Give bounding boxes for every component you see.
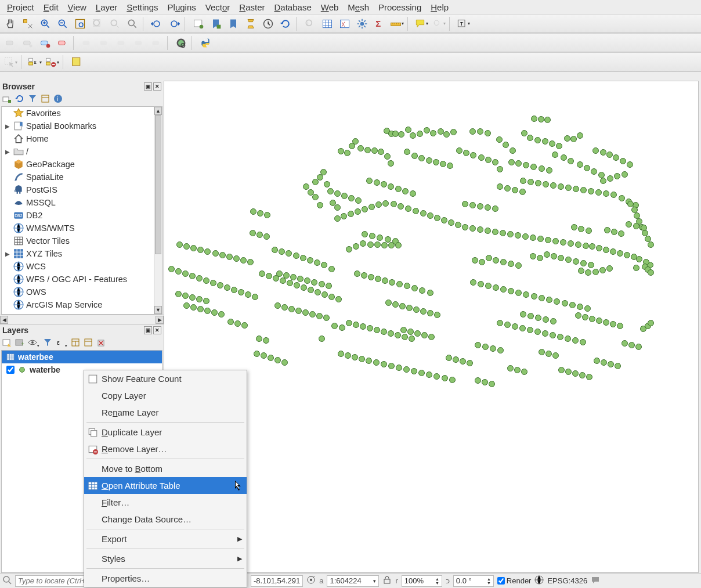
menu-view[interactable]: View	[63, 1, 91, 13]
zoom-layer-icon[interactable]	[124, 16, 140, 32]
python-icon[interactable]	[197, 35, 214, 51]
rotate-label-icon[interactable]	[114, 35, 130, 51]
text-annotation-icon[interactable]: T▾	[455, 16, 471, 32]
ctx-duplicate-layer[interactable]: Duplicate Layer	[84, 424, 247, 441]
menu-help[interactable]: Help	[426, 1, 453, 13]
ctx-change-data-source-[interactable]: Change Data Source…	[84, 511, 247, 528]
ctx-export[interactable]: Export▶	[84, 531, 247, 547]
rotation-box[interactable]: 0.0 °▲▼	[453, 575, 494, 587]
select-by-value-icon[interactable]: ε▾	[27, 54, 43, 70]
layer-expand-icon[interactable]	[71, 338, 80, 349]
browser-item-vector-tiles[interactable]: Vector Tiles	[2, 235, 162, 247]
layer-collapse-icon[interactable]	[84, 338, 93, 349]
browser-item-geopackage[interactable]: GeoPackage	[2, 158, 162, 171]
zoom-next-icon[interactable]	[166, 16, 182, 32]
show-bookmarks-icon[interactable]	[225, 16, 241, 32]
scale-box[interactable]: 1:604224▾	[327, 575, 379, 587]
layer-filter-icon[interactable]	[43, 338, 52, 349]
layer-visibility-checkbox[interactable]	[6, 366, 15, 374]
ctx-copy-layer[interactable]: Copy Layer	[84, 387, 247, 404]
change-label-icon[interactable]	[131, 35, 147, 51]
new-bookmark-icon[interactable]	[208, 16, 224, 32]
browser-item-xyz-tiles[interactable]: ▶XYZ Tiles	[2, 247, 162, 260]
open-table-icon[interactable]	[319, 16, 335, 32]
ctx-styles[interactable]: Styles▶	[84, 550, 247, 567]
menu-processing[interactable]: Processing	[374, 1, 426, 13]
browser-scrollbar[interactable]: ▲ ▼	[154, 107, 162, 314]
clock-icon[interactable]	[260, 16, 276, 32]
zoom-native-icon[interactable]	[72, 16, 88, 32]
filter-browser-icon[interactable]	[28, 94, 37, 105]
layer-row[interactable]: waterbee	[2, 351, 162, 363]
pan-selection-icon[interactable]	[20, 16, 36, 32]
add-layer-icon[interactable]	[2, 94, 12, 105]
ctx-rename-layer[interactable]: Rename Layer	[84, 404, 247, 421]
browser-item-wms-wmts[interactable]: WMS/WMTS	[2, 222, 162, 235]
move-label-icon[interactable]	[96, 35, 113, 51]
browser-tree[interactable]: ▲ ▼ Favorites▶Spatial BookmarksHome▶/Geo…	[1, 106, 162, 315]
crs-label[interactable]: EPSG:4326	[547, 576, 587, 585]
browser-item-db2[interactable]: DB2DB2	[2, 209, 162, 222]
menu-project[interactable]: Project	[2, 1, 39, 13]
annotation-icon[interactable]: ▾	[431, 16, 447, 32]
measure-icon[interactable]: ▾	[389, 16, 405, 32]
select-features-icon[interactable]: ▾	[2, 54, 19, 70]
browser-item-mssql[interactable]: MSSQL	[2, 196, 162, 209]
browser-item-wfs-ogc-api-features[interactable]: WFS / OGC API - Features	[2, 273, 162, 286]
menu-vector[interactable]: Vector	[201, 1, 235, 13]
collapse-browser-icon[interactable]	[41, 94, 50, 105]
identify-icon[interactable]: i	[302, 16, 318, 32]
zoom-full-icon[interactable]	[89, 16, 106, 32]
layers-float-icon[interactable]: ▣	[144, 326, 152, 334]
browser-item--[interactable]: ▶/	[2, 145, 162, 158]
zoom-last-icon[interactable]	[149, 16, 165, 32]
ctx-show-feature-count[interactable]: Show Feature Count	[84, 370, 247, 387]
messages-icon[interactable]	[591, 575, 600, 586]
highlight-label-icon[interactable]	[37, 35, 53, 51]
layers-close-icon[interactable]: ✕	[153, 326, 161, 334]
processing-icon[interactable]	[354, 16, 370, 32]
menu-raster[interactable]: Raster	[234, 1, 269, 13]
label-props-icon[interactable]	[149, 35, 165, 51]
browser-hscroll[interactable]: ◀▶	[0, 315, 164, 324]
menu-mesh[interactable]: Mesh	[343, 1, 374, 13]
layer-expr-icon[interactable]: ε▾	[56, 338, 67, 349]
ctx-properties-[interactable]: Properties…	[84, 570, 247, 587]
layer-remove-icon[interactable]	[96, 338, 106, 349]
crs-icon[interactable]	[534, 575, 544, 586]
osm-icon[interactable]	[173, 35, 189, 51]
browser-item-ows[interactable]: OWS	[2, 286, 162, 298]
menu-layer[interactable]: Layer	[91, 1, 122, 13]
pin-label-icon[interactable]	[55, 35, 71, 51]
locate-icon[interactable]	[2, 575, 12, 586]
layer-style-icon[interactable]	[2, 338, 12, 349]
ctx-move-to-bottom[interactable]: Move to Bottom	[84, 460, 247, 477]
field-calc-icon[interactable]	[337, 16, 353, 32]
browser-item-home[interactable]: Home	[2, 132, 162, 145]
browser-item-spatialite[interactable]: SpatiaLite	[2, 171, 162, 183]
ctx-remove-layer-[interactable]: Remove Layer…	[84, 441, 247, 457]
ctx-open-attribute-table[interactable]: Open Attribute Table	[84, 477, 247, 494]
pan-icon[interactable]	[2, 16, 19, 32]
browser-item-spatial-bookmarks[interactable]: ▶Spatial Bookmarks	[2, 120, 162, 132]
lock-icon[interactable]	[382, 575, 392, 586]
props-browser-icon[interactable]: i	[53, 94, 63, 105]
new-map-icon[interactable]	[190, 16, 207, 32]
select-all-icon[interactable]	[68, 54, 85, 70]
menu-database[interactable]: Database	[270, 1, 316, 13]
browser-float-icon[interactable]: ▣	[144, 82, 152, 91]
render-checkbox[interactable]: Render	[497, 576, 532, 585]
browser-item-wcs[interactable]: WCS	[2, 260, 162, 273]
tips-icon[interactable]: ▾	[413, 16, 429, 32]
refresh-browser-icon[interactable]	[15, 94, 24, 105]
layer-visibility-icon[interactable]: ▾	[28, 338, 39, 349]
browser-item-arcgis-map-service[interactable]: ArcGIS Map Service	[2, 298, 162, 311]
ctx-filter-[interactable]: Filter…	[84, 494, 247, 511]
magnifier-box[interactable]: 100%▲▼	[402, 575, 442, 587]
stats-icon[interactable]: Σ	[371, 16, 388, 32]
temporal-icon[interactable]	[243, 16, 259, 32]
coordinate-box[interactable]: -8.101,54.291	[251, 575, 303, 587]
menu-edit[interactable]: Edit	[39, 1, 63, 13]
menu-plugins[interactable]: Plugins	[163, 1, 201, 13]
layer-add-group-icon[interactable]: +	[15, 338, 24, 349]
